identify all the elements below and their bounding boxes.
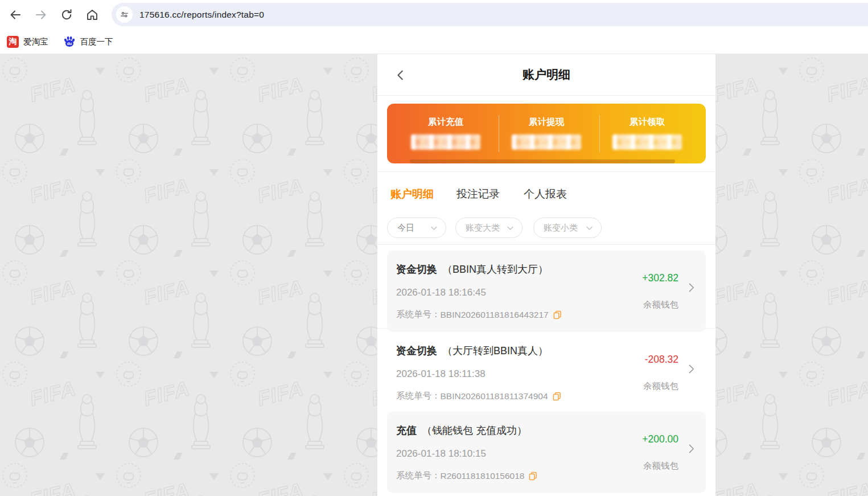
bookmark-taobao[interactable]: 淘 爱淘宝	[7, 36, 48, 48]
taobao-icon: 淘	[7, 36, 19, 48]
divider	[599, 115, 600, 152]
transaction-serial: 系统单号：BBIN202601181816443217	[396, 309, 562, 321]
bookmark-baidu[interactable]: du 百度一下	[63, 35, 113, 48]
transaction-serial: 系统单号：R2601181810156018	[396, 470, 537, 482]
transaction-wallet: 余额钱包	[643, 380, 678, 392]
transaction-title: 充值（钱能钱包 充值成功）	[396, 424, 527, 437]
transaction-amount: -208.32	[645, 354, 678, 366]
blurred-value	[411, 134, 480, 150]
transaction-wallet: 余额钱包	[643, 299, 678, 311]
filter-major-type-dropdown[interactable]: 账变大类	[455, 218, 523, 238]
chevron-right-icon[interactable]	[685, 281, 697, 294]
tab-bet-records[interactable]: 投注记录	[456, 187, 500, 202]
svg-text:du: du	[67, 42, 72, 46]
chevron-down-icon	[506, 224, 515, 232]
transaction-card[interactable]: 资金切换（BBIN真人转到大厅） 2026-01-18 18:16:45 系统单…	[387, 251, 706, 332]
transaction-title: 资金切换（大厅转到BBIN真人）	[396, 344, 548, 358]
home-icon[interactable]	[85, 8, 99, 22]
transaction-serial: 系统单号：BBIN202601181811374904	[396, 390, 561, 402]
blurred-value	[612, 134, 682, 150]
transaction-card[interactable]: 充值（钱能钱包 充值成功） 2026-01-18 18:10:15 系统单号：R…	[387, 412, 706, 493]
chevron-down-icon	[585, 224, 594, 232]
tab-account-detail[interactable]: 账户明细	[390, 187, 434, 202]
browser-toolbar: 175616.cc/reports/index?tab=0	[0, 0, 868, 30]
tab-personal-report[interactable]: 个人报表	[524, 187, 567, 202]
chevron-right-icon[interactable]	[685, 442, 697, 455]
transaction-amount: +200.00	[642, 433, 678, 445]
site-settings-icon[interactable]	[116, 6, 133, 23]
transaction-datetime: 2026-01-18 18:10:15	[396, 448, 486, 460]
copy-icon[interactable]	[553, 392, 561, 401]
transaction-wallet: 余额钱包	[643, 460, 678, 472]
bookmarks-bar: 淘 爱淘宝 du 百度一下	[0, 30, 868, 54]
filter-bar: 今日 账变大类 账变小类	[377, 211, 715, 245]
tab-bar: 账户明细 投注记录 个人报表	[377, 172, 715, 211]
copy-icon[interactable]	[553, 310, 562, 319]
blurred-value	[512, 134, 581, 150]
transaction-amount: +302.82	[642, 272, 678, 284]
forward-icon[interactable]	[34, 8, 48, 22]
transaction-title: 资金切换（BBIN真人转到大厅）	[396, 263, 548, 276]
account-detail-panel: 账户明细 累计充值 累计提现 累计领取 账户明细 投注记录 个人报表 今日	[377, 54, 715, 496]
transaction-card[interactable]: 资金切换（大厅转到BBIN真人） 2026-01-18 18:11:38 系统单…	[387, 332, 706, 412]
address-bar[interactable]: 175616.cc/reports/index?tab=0	[112, 3, 868, 26]
page-title: 账户明细	[377, 67, 715, 83]
reload-icon[interactable]	[60, 8, 73, 22]
summary-card: 累计充值 累计提现 累计领取	[387, 104, 706, 163]
filter-minor-type-dropdown[interactable]: 账变小类	[533, 218, 602, 238]
copy-icon[interactable]	[529, 472, 537, 481]
divider	[499, 115, 499, 152]
summary-total-deposit: 累计充值	[393, 104, 499, 163]
summary-total-withdraw: 累计提现	[493, 104, 599, 163]
chevron-down-icon	[430, 224, 438, 232]
transaction-datetime: 2026-01-18 18:16:45	[396, 287, 486, 298]
baidu-icon: du	[63, 35, 76, 48]
back-icon[interactable]	[9, 8, 22, 22]
card-bottom-strip	[410, 159, 675, 163]
summary-total-claimed: 累计领取	[594, 104, 700, 163]
chevron-right-icon[interactable]	[685, 363, 697, 375]
page-header: 账户明细	[377, 54, 715, 96]
url-text[interactable]: 175616.cc/reports/index?tab=0	[139, 10, 264, 20]
transaction-datetime: 2026-01-18 18:11:38	[396, 368, 486, 380]
filter-date-dropdown[interactable]: 今日	[387, 218, 446, 238]
